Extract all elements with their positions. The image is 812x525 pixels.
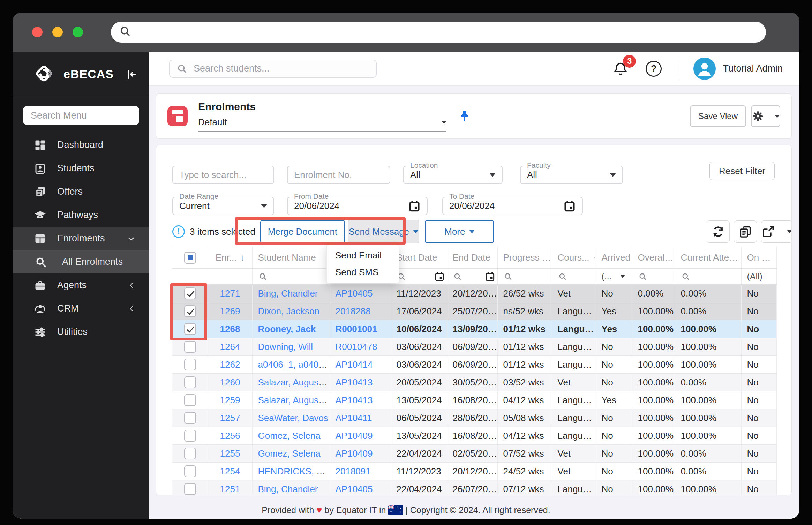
copy-button[interactable] (734, 220, 757, 243)
calendar-icon[interactable] (434, 271, 445, 282)
avatar[interactable] (693, 58, 716, 80)
filter-on-hold[interactable]: (All) (741, 269, 776, 285)
student-name-link[interactable]: Gomez, Selena (258, 430, 321, 441)
refresh-button[interactable] (707, 220, 730, 243)
row-checkbox[interactable] (184, 341, 196, 353)
student-name-link[interactable]: Rooney, Jack (258, 324, 316, 334)
table-row[interactable]: 1264 Downing, Will R0010478 03/06/2024 0… (172, 338, 776, 356)
select-all-checkbox[interactable] (184, 252, 196, 264)
sidebar-item-pathways[interactable]: Pathways (13, 203, 149, 227)
sidebar-item-enrolments[interactable]: Enrolments (13, 227, 149, 250)
view-select[interactable]: Default (198, 117, 446, 132)
row-checkbox[interactable] (184, 305, 196, 317)
column-header-arrived[interactable]: Arrived (596, 247, 632, 269)
sidebar-search-input[interactable]: Search Menu (23, 106, 139, 125)
quick-search-input[interactable]: Type to search... (172, 166, 274, 184)
table-row[interactable]: 1254 HENDRICKS, Chester 2018091 11/12/20… (172, 463, 776, 480)
student-name-link[interactable]: Salazar, Augustina (258, 395, 330, 405)
enrolment-link[interactable]: 1264 (220, 342, 240, 352)
date-range-select[interactable]: Date Range Current (172, 197, 274, 215)
close-button[interactable] (32, 27, 43, 37)
column-header-course[interactable]: Cours... (552, 247, 596, 269)
row-checkbox[interactable] (184, 465, 196, 477)
row-checkbox[interactable] (184, 287, 196, 299)
minimize-button[interactable] (52, 27, 63, 37)
sidebar-item-all-enrolments[interactable]: All Enrolments (13, 250, 149, 273)
enrolment-link[interactable]: 1255 (220, 448, 240, 459)
column-header-enrolment[interactable]: Enr...↓ (208, 247, 252, 269)
reset-filter-button[interactable]: Reset Filter (709, 162, 775, 180)
offer-no-link[interactable]: AP10409 (336, 448, 373, 459)
sidebar-item-dashboard[interactable]: Dashboard (13, 133, 149, 157)
student-name-link[interactable]: Bing, Chandler (258, 484, 318, 494)
table-row[interactable]: 1259 Salazar, Augustina AP10413 13/05/20… (172, 391, 776, 409)
row-checkbox[interactable] (184, 448, 196, 459)
enrolment-link[interactable]: 1271 (220, 288, 240, 299)
filter-course[interactable] (552, 269, 596, 285)
table-row[interactable]: 1256 Gomez, Selena AP10409 13/05/2024 16… (172, 427, 776, 445)
offer-no-link[interactable]: 2018288 (336, 306, 371, 316)
pin-icon[interactable] (458, 109, 472, 123)
more-button[interactable]: More (425, 220, 494, 243)
student-name-link[interactable]: Bing, Chandler (258, 288, 318, 299)
offer-no-link[interactable]: AP10409 (336, 430, 373, 441)
table-row[interactable]: 1260 Salazar, Augustina AP10413 20/05/20… (172, 374, 776, 391)
sidebar-item-utilities[interactable]: Utilities (13, 320, 149, 344)
offer-no-link[interactable]: AP10411 (336, 413, 372, 423)
filter-student-name[interactable] (252, 269, 330, 285)
enrolment-link[interactable]: 1256 (220, 430, 240, 441)
offer-no-link[interactable]: AP10414 (336, 359, 373, 370)
calendar-icon[interactable] (563, 200, 576, 212)
table-row[interactable]: 1271 Bing, Chandler AP10405 11/12/2023 2… (172, 285, 776, 302)
row-checkbox[interactable] (184, 376, 196, 388)
offer-no-link[interactable]: AP10413 (336, 377, 373, 388)
enrolment-link[interactable]: 1259 (220, 395, 240, 405)
filter-overall[interactable] (632, 269, 675, 285)
row-checkbox[interactable] (184, 412, 196, 424)
send-message-button[interactable]: Send Message (348, 220, 419, 243)
student-name-link[interactable]: Salazar, Augustina (258, 377, 330, 388)
column-header-student-name[interactable]: Student Name (252, 247, 330, 269)
enrolment-link[interactable]: 1251 (220, 484, 240, 494)
enrolment-link[interactable]: 1268 (220, 324, 240, 334)
offer-no-link[interactable]: R0001001 (336, 324, 377, 334)
student-name-link[interactable]: Gomez, Selena (258, 448, 321, 459)
faculty-select[interactable]: Faculty All (520, 166, 623, 184)
student-name-link[interactable]: Downing, Will (258, 342, 313, 352)
column-header-current-attendance[interactable]: Current Attenda... (675, 247, 741, 269)
column-header-end-date[interactable]: End Date (447, 247, 497, 269)
calendar-icon[interactable] (408, 200, 421, 212)
from-date-input[interactable]: From Date 20/06/2024 (287, 197, 428, 215)
enrolment-no-input[interactable]: Enrolment No. (287, 166, 390, 184)
merge-document-button[interactable]: Merge Document (260, 220, 345, 243)
student-name-link[interactable]: a0406_1, a0406_1 (258, 359, 330, 370)
student-search-input[interactable]: Search students... (169, 60, 377, 78)
table-row[interactable]: 1269 Dixon, Jackson 2018288 17/06/2024 2… (172, 302, 776, 320)
student-name-link[interactable]: HENDRICKS, Chester (258, 466, 330, 477)
enrolment-link[interactable]: 1260 (220, 377, 240, 388)
filter-progress[interactable] (497, 269, 552, 285)
location-select[interactable]: Location All (403, 166, 503, 184)
row-checkbox[interactable] (184, 483, 196, 495)
user-name[interactable]: Tutorial Admin (723, 63, 783, 74)
sidebar-collapse-icon[interactable] (125, 68, 137, 80)
maximize-button[interactable] (73, 27, 83, 37)
row-checkbox[interactable] (184, 430, 196, 442)
offer-no-link[interactable]: AP10405 (336, 484, 373, 494)
filter-start-date[interactable] (391, 269, 447, 285)
settings-button[interactable] (751, 105, 780, 127)
sidebar-item-crm[interactable]: CRM (13, 297, 149, 320)
row-checkbox[interactable] (184, 323, 196, 335)
filter-current-attendance[interactable] (675, 269, 741, 285)
sidebar-item-offers[interactable]: Offers (13, 180, 149, 203)
enrolment-link[interactable]: 1254 (220, 466, 240, 477)
student-name-link[interactable]: SeaWater, Davos (258, 413, 328, 423)
menu-item-send-sms[interactable]: Send SMS (327, 264, 399, 280)
filter-end-date[interactable] (447, 269, 497, 285)
column-header-start-date[interactable]: Start Date (391, 247, 447, 269)
offer-no-link[interactable]: 2018091 (336, 466, 371, 477)
to-date-input[interactable]: To Date 20/06/2024 (442, 197, 583, 215)
column-header-progress[interactable]: Progress St... (497, 247, 552, 269)
enrolment-link[interactable]: 1257 (220, 413, 240, 423)
offer-no-link[interactable]: AP10405 (336, 288, 373, 299)
